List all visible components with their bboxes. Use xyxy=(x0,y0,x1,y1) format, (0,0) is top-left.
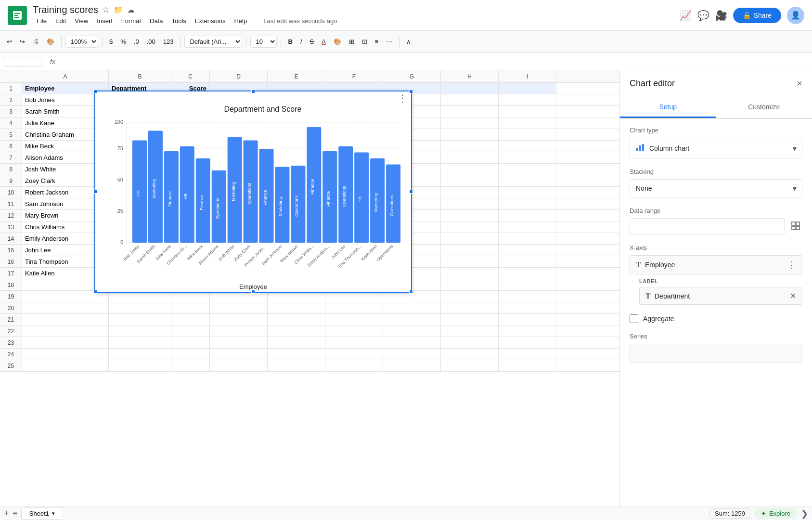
share-button[interactable]: 🔒 Share xyxy=(733,8,781,23)
cell-extra[interactable] xyxy=(499,117,556,129)
cell-extra[interactable] xyxy=(499,94,556,105)
format-number-button[interactable]: 123 xyxy=(160,36,177,47)
col-header-h[interactable]: H xyxy=(441,70,499,82)
sheet-list-button[interactable]: ≡ xyxy=(13,509,17,518)
cell-extra[interactable] xyxy=(441,245,499,256)
cell-extra[interactable] xyxy=(383,302,441,313)
menu-file[interactable]: File xyxy=(33,15,51,26)
cell-extra[interactable] xyxy=(441,256,499,267)
cell-extra[interactable] xyxy=(441,291,499,302)
cell-c-22[interactable] xyxy=(171,325,210,337)
resize-tl[interactable] xyxy=(93,90,97,93)
cell-b-23[interactable] xyxy=(109,337,171,348)
cell-extra[interactable] xyxy=(325,302,383,313)
col-header-g[interactable]: G xyxy=(383,70,441,82)
cell-extra[interactable] xyxy=(441,314,499,325)
cell-b-21[interactable] xyxy=(109,314,171,325)
col-header-e[interactable]: E xyxy=(268,70,325,82)
chart-menu-button[interactable]: ⋮ xyxy=(398,93,407,103)
cell-extra[interactable] xyxy=(441,94,499,105)
cell-a-24[interactable] xyxy=(22,349,109,360)
menu-view[interactable]: View xyxy=(71,15,92,26)
cell-extra[interactable] xyxy=(441,106,499,117)
folder-icon[interactable]: 📁 xyxy=(114,5,123,14)
cell-extra[interactable] xyxy=(325,314,383,325)
merge-button[interactable]: ⊡ xyxy=(359,36,370,47)
menu-insert[interactable]: Insert xyxy=(93,15,116,26)
resize-bc[interactable] xyxy=(251,290,255,294)
cell-extra[interactable] xyxy=(383,337,441,348)
table-row[interactable]: 25 xyxy=(0,360,619,372)
cell-extra[interactable] xyxy=(268,360,325,371)
cell-extra[interactable] xyxy=(499,164,556,175)
cell-c-24[interactable] xyxy=(171,349,210,360)
cell-extra[interactable] xyxy=(210,337,268,348)
sheet-dropdown-icon[interactable]: ▾ xyxy=(52,510,55,517)
explore-button[interactable]: ✦ Explore xyxy=(754,508,797,519)
cell-extra[interactable] xyxy=(499,221,556,233)
cell-extra[interactable] xyxy=(383,360,441,371)
cell-extra[interactable] xyxy=(499,245,556,256)
decimal-dec-button[interactable]: .0 xyxy=(131,36,142,47)
font-size-select[interactable]: 10 xyxy=(250,36,277,48)
cell-extra[interactable] xyxy=(499,360,556,371)
cell-extra[interactable] xyxy=(441,268,499,279)
cell-extra[interactable] xyxy=(268,325,325,337)
cell-extra[interactable] xyxy=(499,256,556,267)
analytics-icon[interactable]: 📈 xyxy=(680,10,692,21)
cell-extra[interactable] xyxy=(441,198,499,209)
italic-button[interactable]: I xyxy=(297,36,305,47)
cell-extra[interactable] xyxy=(499,314,556,325)
menu-edit[interactable]: Edit xyxy=(52,15,70,26)
collapse-panel-button[interactable]: ❯ xyxy=(801,508,808,519)
cell-extra[interactable] xyxy=(210,360,268,371)
col-header-c[interactable]: C xyxy=(171,70,210,82)
aggregate-checkbox[interactable] xyxy=(630,314,638,323)
resize-tc[interactable] xyxy=(251,90,255,93)
align-button[interactable]: ≡ xyxy=(372,36,382,47)
cell-extra[interactable] xyxy=(441,279,499,290)
cell-extra[interactable] xyxy=(441,187,499,198)
more-button[interactable]: ⋯ xyxy=(383,36,395,47)
star-icon[interactable]: ☆ xyxy=(102,4,110,15)
cell-c-25[interactable] xyxy=(171,360,210,371)
editor-close-button[interactable]: × xyxy=(797,78,802,89)
cell-extra[interactable] xyxy=(210,302,268,313)
resize-tr[interactable] xyxy=(409,90,413,93)
cell-extra[interactable] xyxy=(499,279,556,290)
cell-extra[interactable] xyxy=(268,349,325,360)
cell-extra[interactable] xyxy=(325,360,383,371)
cell-c-21[interactable] xyxy=(171,314,210,325)
cell-extra[interactable] xyxy=(325,337,383,348)
cell-extra[interactable] xyxy=(210,314,268,325)
cell-extra[interactable] xyxy=(499,210,556,221)
cell-a-22[interactable] xyxy=(22,325,109,337)
fill-color-button[interactable]: 🎨 xyxy=(331,36,344,47)
add-sheet-button[interactable]: + xyxy=(4,508,9,519)
cell-extra[interactable] xyxy=(499,83,556,94)
cell-c-23[interactable] xyxy=(171,337,210,348)
cell-extra[interactable] xyxy=(441,210,499,221)
strikethrough-button[interactable]: S xyxy=(307,36,317,47)
tab-setup[interactable]: Setup xyxy=(620,97,716,118)
tab-customize[interactable]: Customize xyxy=(716,97,812,118)
cell-extra[interactable] xyxy=(499,337,556,348)
cell-extra[interactable] xyxy=(441,117,499,129)
cell-extra[interactable] xyxy=(499,233,556,244)
cell-extra[interactable] xyxy=(499,106,556,117)
meet-icon[interactable]: 🎥 xyxy=(715,10,727,21)
col-header-i[interactable]: I xyxy=(499,70,556,82)
cell-a-21[interactable] xyxy=(22,314,109,325)
cell-extra[interactable] xyxy=(268,314,325,325)
table-row[interactable]: 23 xyxy=(0,337,619,349)
text-color-button[interactable]: A xyxy=(319,36,329,47)
table-row[interactable]: 24 xyxy=(0,349,619,360)
chart-type-select[interactable]: Column chart ▾ xyxy=(630,138,802,158)
cell-extra[interactable] xyxy=(441,141,499,152)
formula-input[interactable]: Employee xyxy=(63,58,808,65)
redo-button[interactable]: ↪ xyxy=(17,36,28,47)
print-button[interactable]: 🖨 xyxy=(30,36,42,47)
cell-extra[interactable] xyxy=(210,349,268,360)
cell-a-23[interactable] xyxy=(22,337,109,348)
zoom-select[interactable]: 100% xyxy=(65,36,98,48)
